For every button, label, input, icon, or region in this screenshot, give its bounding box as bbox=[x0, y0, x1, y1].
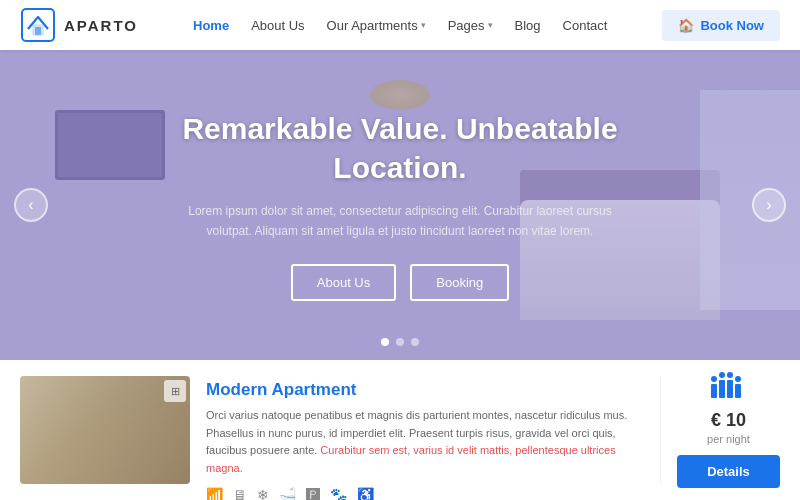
apartments-chevron-icon: ▾ bbox=[421, 20, 426, 30]
svg-point-10 bbox=[735, 376, 741, 382]
hero-subtitle: Lorem ipsum dolor sit amet, consectetur … bbox=[170, 201, 630, 242]
nav-apartments[interactable]: Our Apartments ▾ bbox=[327, 18, 426, 33]
occupancy-icon bbox=[711, 372, 747, 404]
hero-about-button[interactable]: About Us bbox=[291, 264, 396, 301]
svg-rect-4 bbox=[719, 380, 725, 398]
svg-point-8 bbox=[719, 372, 725, 378]
nav-pages[interactable]: Pages ▾ bbox=[448, 18, 493, 33]
bath-icon: 🛁 bbox=[279, 487, 296, 500]
apartment-title: Modern Apartment bbox=[206, 380, 644, 400]
svg-rect-3 bbox=[711, 384, 717, 398]
nav-home[interactable]: Home bbox=[193, 18, 229, 33]
price-per-night: per night bbox=[707, 433, 750, 445]
hero-dots bbox=[381, 338, 419, 346]
nav-blog[interactable]: Blog bbox=[515, 18, 541, 33]
svg-point-7 bbox=[711, 376, 717, 382]
logo-icon bbox=[20, 7, 56, 43]
apartment-card-info: Modern Apartment Orci varius natoque pen… bbox=[206, 376, 644, 484]
nav-about[interactable]: About Us bbox=[251, 18, 304, 33]
svg-point-9 bbox=[727, 372, 733, 378]
apartment-card-section: ⊞ Modern Apartment Orci varius natoque p… bbox=[0, 360, 800, 500]
wifi-icon: 📶 bbox=[206, 487, 223, 500]
svg-rect-5 bbox=[727, 380, 733, 398]
hero-next-button[interactable]: › bbox=[752, 188, 786, 222]
image-expand-icon[interactable]: ⊞ bbox=[164, 380, 186, 402]
parking-icon: 🅿 bbox=[306, 487, 320, 500]
highlighted-text: Curabitur sem est, varius id velit matti… bbox=[206, 444, 616, 474]
ac-icon: ❄ bbox=[257, 487, 269, 500]
hero-content: Remarkable Value. Unbeatable Location. L… bbox=[170, 109, 630, 301]
hero-buttons: About Us Booking bbox=[170, 264, 630, 301]
pages-chevron-icon: ▾ bbox=[488, 20, 493, 30]
hero-dot-1[interactable] bbox=[381, 338, 389, 346]
hero-prev-button[interactable]: ‹ bbox=[14, 188, 48, 222]
apartment-pricing: € 10 per night Details bbox=[660, 376, 780, 484]
svg-rect-2 bbox=[35, 27, 41, 35]
home-icon: 🏠 bbox=[678, 18, 694, 33]
nav: Home About Us Our Apartments ▾ Pages ▾ B… bbox=[193, 18, 607, 33]
accessible-icon: ♿ bbox=[357, 487, 374, 500]
nav-contact[interactable]: Contact bbox=[563, 18, 608, 33]
apartment-amenities: 📶 🖥 ❄ 🛁 🅿 🐾 ♿ bbox=[206, 487, 644, 500]
hero-booking-button[interactable]: Booking bbox=[410, 264, 509, 301]
tv-icon: 🖥 bbox=[233, 487, 247, 500]
price-amount: € 10 bbox=[711, 410, 746, 431]
book-now-button[interactable]: 🏠 Book Now bbox=[662, 10, 780, 41]
header: APARTO Home About Us Our Apartments ▾ Pa… bbox=[0, 0, 800, 50]
hero-section: ‹ › Remarkable Value. Unbeatable Locatio… bbox=[0, 50, 800, 360]
svg-rect-6 bbox=[735, 384, 741, 398]
logo[interactable]: APARTO bbox=[20, 7, 138, 43]
apartment-card-image: ⊞ bbox=[20, 376, 190, 484]
hero-dot-2[interactable] bbox=[396, 338, 404, 346]
apartment-description: Orci varius natoque penatibus et magnis … bbox=[206, 407, 644, 477]
hero-dot-3[interactable] bbox=[411, 338, 419, 346]
details-button[interactable]: Details bbox=[677, 455, 780, 488]
pets-icon: 🐾 bbox=[330, 487, 347, 500]
hero-title: Remarkable Value. Unbeatable Location. bbox=[170, 109, 630, 187]
logo-text: APARTO bbox=[64, 17, 138, 34]
